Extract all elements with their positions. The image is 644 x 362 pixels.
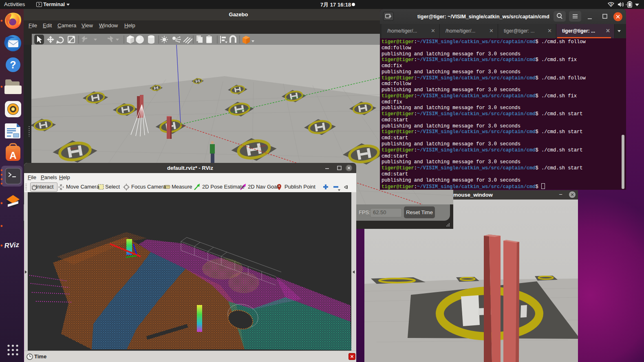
svg-text:?: ? bbox=[10, 59, 16, 70]
svg-text:RViz: RViz bbox=[4, 241, 20, 250]
svg-text:A: A bbox=[9, 150, 16, 161]
svg-text:?: ? bbox=[610, 2, 612, 7]
